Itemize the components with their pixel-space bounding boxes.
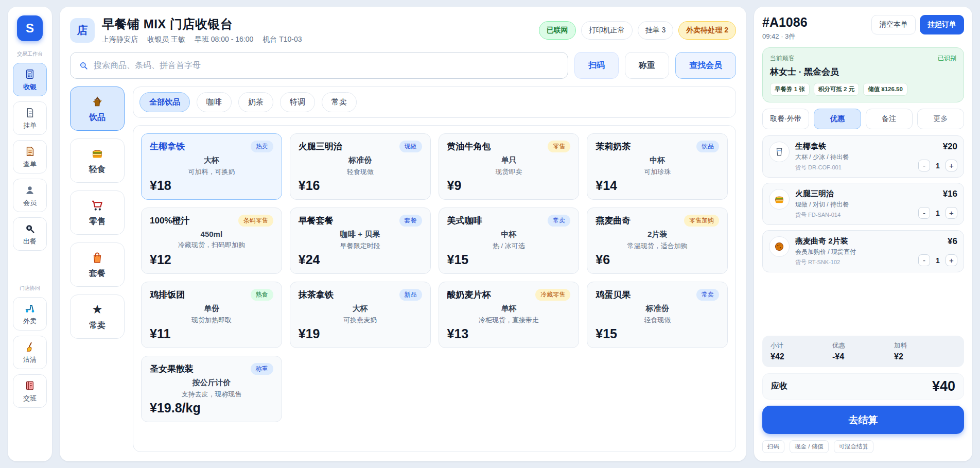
rail-item-shift[interactable]: 交班: [13, 374, 47, 408]
ledger-icon: [24, 379, 36, 392]
product-name: 100%橙汁: [150, 215, 189, 227]
product-card[interactable]: 鸡蛋贝果常卖 标准份 轻食现做 ¥15: [587, 282, 728, 348]
order-meta: 09:42 · 3件: [762, 32, 808, 41]
chip-bestseller[interactable]: 常卖: [322, 92, 357, 112]
app-logo[interactable]: S: [17, 15, 43, 41]
product-card[interactable]: 茉莉奶茶饮品 中杯 可加珍珠 ¥14: [587, 133, 728, 200]
product-card[interactable]: 黄油牛角包零售 单只 现货即卖 ¥9: [439, 133, 580, 200]
product-card[interactable]: 圣女果散装称重 按公斤计价 支持去皮，现称现售 ¥19.8/kg: [141, 356, 282, 422]
rail-item-members[interactable]: 会员: [13, 179, 47, 212]
chip-special[interactable]: 特调: [280, 92, 315, 112]
product-card[interactable]: 抹茶拿铁新品 大杯 可换燕麦奶 ¥19: [290, 282, 431, 348]
product-card[interactable]: 早餐套餐套餐 咖啡 + 贝果 早餐限定时段 ¥24: [290, 207, 431, 274]
product-price: ¥12: [150, 252, 273, 267]
order-item[interactable]: 燕麦曲奇 2片装 会员加购价 / 现货直付 货号 RT-SNK-102 ¥6 -…: [762, 230, 964, 272]
qty-plus-button[interactable]: +: [946, 254, 957, 266]
terminal-id: 机台 T10-03: [262, 35, 302, 44]
rail-item-label: 会员: [23, 198, 37, 207]
order-number: #A1086: [762, 15, 808, 30]
order-id-block: #A1086 09:42 · 3件: [762, 15, 808, 41]
category-bestsellers[interactable]: ★ 常卖: [70, 294, 125, 339]
search-icon: [79, 61, 89, 71]
find-member-button[interactable]: 查找会员: [675, 52, 736, 79]
product-note: 常温现货，适合加购: [596, 241, 719, 251]
customer-card[interactable]: 当前顾客 已识别 林女士 · 黑金会员 早餐券 1 张 积分可抵 2 元 储值 …: [762, 47, 964, 102]
product-price: ¥11: [150, 326, 273, 341]
product-note: 现货加热即取: [150, 316, 273, 325]
doc-icon: [24, 145, 36, 158]
product-card[interactable]: 酸奶麦片杯冷藏零售 单杯 冷柜现货，直接带走 ¥13: [439, 282, 580, 348]
product-price: ¥13: [447, 326, 571, 341]
product-card[interactable]: 燕麦曲奇零售加购 2片装 常温现货，适合加购 ¥6: [587, 207, 728, 274]
order-item-sku: 货号 DR-COF-001: [795, 164, 849, 171]
rail-item-cashier[interactable]: 收银: [13, 63, 47, 96]
product-card[interactable]: 美式咖啡常卖 中杯 热 / 冰可选 ¥15: [439, 207, 580, 274]
product-badge: 零售: [548, 141, 570, 152]
checkout-button[interactable]: 去结算: [762, 406, 964, 434]
chip-all-drinks[interactable]: 全部饮品: [139, 92, 190, 112]
product-badge: 称重: [251, 363, 273, 375]
weigh-button[interactable]: 称重: [625, 52, 669, 79]
hold-order-button[interactable]: 挂起订单: [920, 15, 964, 34]
product-name: 圣女果散装: [150, 363, 194, 375]
quantity-stepper: - 1 +: [918, 160, 957, 171]
printer-status-badge[interactable]: 打印机正常: [581, 21, 633, 40]
product-spec: 大杯: [299, 304, 422, 314]
product-card[interactable]: 100%橙汁条码零售 450ml 冷藏现货，扫码即加购 ¥12: [141, 207, 282, 274]
order-item-desc: 大杯 / 少冰 / 待出餐: [795, 153, 849, 162]
product-note: 可加料，可换奶: [150, 167, 273, 177]
product-card[interactable]: 鸡排饭团熟食 单份 现货加热即取 ¥11: [141, 282, 282, 348]
category-light-food[interactable]: 轻食: [70, 138, 125, 183]
product-badge: 新品: [399, 289, 422, 301]
qty-minus-button[interactable]: -: [918, 254, 930, 266]
rail-item-food-out[interactable]: 出餐: [13, 217, 47, 251]
delivery-pending-badge[interactable]: 外卖待处理 2: [678, 21, 736, 40]
qty-plus-button[interactable]: +: [946, 207, 957, 219]
search-box[interactable]: [70, 52, 568, 79]
product-badge: 常卖: [696, 289, 719, 301]
category-label: 饮品: [89, 112, 106, 123]
product-spec: 450ml: [150, 230, 273, 238]
scan-button[interactable]: 扫码: [574, 52, 619, 79]
chip-coffee[interactable]: 咖啡: [197, 92, 232, 112]
category-label: 套餐: [89, 268, 106, 279]
teapot-icon: [90, 94, 104, 109]
rail-item-label: 挂单: [23, 121, 37, 130]
rail-item-held-orders[interactable]: 挂单: [13, 101, 47, 135]
product-note: 可加珍珠: [596, 167, 719, 177]
category-drinks[interactable]: 饮品: [70, 86, 125, 131]
search-input[interactable]: [94, 61, 559, 70]
product-badge: 条码零售: [238, 215, 273, 227]
rail-item-soldout[interactable]: 沽清: [13, 336, 47, 369]
qty-minus-button[interactable]: -: [918, 160, 930, 171]
tab-remark[interactable]: 备注: [866, 109, 913, 129]
product-name: 抹茶拿铁: [299, 289, 334, 301]
tab-discount[interactable]: 优惠: [814, 109, 861, 129]
product-card[interactable]: 火腿三明治现做 标准份 轻食现做 ¥16: [290, 133, 431, 200]
rail-item-delivery[interactable]: 外卖: [13, 297, 47, 331]
tab-takeout[interactable]: 取餐·外带: [762, 109, 809, 129]
cart-icon: [90, 198, 104, 213]
order-item[interactable]: 火腿三明治 现做 / 对切 / 待出餐 货号 FD-SAN-014 ¥16 - …: [762, 183, 964, 225]
order-item[interactable]: 生椰拿铁 大杯 / 少冰 / 待出餐 货号 DR-COF-001 ¥20 - 1…: [762, 135, 964, 178]
product-card[interactable]: 生椰拿铁热卖 大杯 可加料，可换奶 ¥18: [141, 133, 282, 200]
product-badge: 饮品: [696, 141, 719, 152]
main-content: 饮品 轻食 零售 套餐 ★ 常卖: [70, 86, 736, 452]
category-retail[interactable]: 零售: [70, 190, 125, 235]
chip-milk-tea[interactable]: 奶茶: [238, 92, 273, 112]
rail-item-label: 外卖: [23, 317, 37, 326]
rail-item-order-lookup[interactable]: 查单: [13, 140, 47, 174]
category-combo[interactable]: 套餐: [70, 242, 125, 287]
held-orders-badge[interactable]: 挂单 3: [638, 21, 674, 40]
tab-more[interactable]: 更多: [917, 109, 964, 129]
qty-plus-button[interactable]: +: [946, 160, 957, 171]
clear-order-button[interactable]: 清空本单: [871, 15, 916, 34]
order-items: 生椰拿铁 大杯 / 少冰 / 待出餐 货号 DR-COF-001 ¥20 - 1…: [762, 135, 964, 272]
customer-points-tag: 积分可抵 2 元: [814, 83, 859, 96]
product-name: 鸡蛋贝果: [596, 289, 631, 301]
rail-item-label: 沽清: [23, 355, 37, 365]
product-spec: 单份: [150, 304, 273, 314]
qty-minus-button[interactable]: -: [918, 207, 930, 219]
product-price: ¥16: [299, 178, 422, 193]
status-badges: 已联网 打印机正常 挂单 3 外卖待处理 2: [539, 21, 736, 40]
